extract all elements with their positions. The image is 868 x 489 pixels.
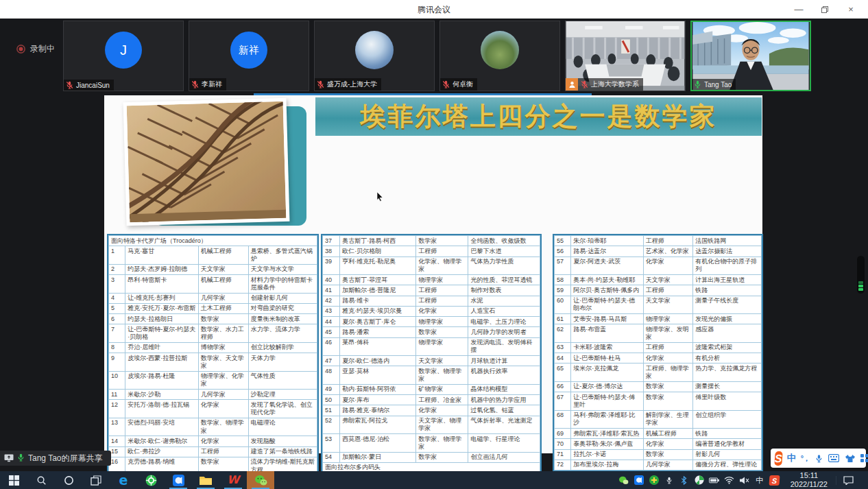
cell-number: 10: [109, 371, 125, 390]
tray-bluetooth-icon[interactable]: [677, 471, 692, 489]
cell-contribution: 有机化合物中的原子排列: [693, 257, 762, 275]
tray-sogou-icon[interactable]: S: [767, 471, 782, 489]
cell-number: 56: [555, 246, 571, 257]
cell-contribution: 发现光的偏振: [693, 314, 762, 324]
tray-microphone-icon[interactable]: [662, 471, 677, 489]
cell-number: 5: [109, 303, 125, 313]
keyboard-icon[interactable]: [828, 454, 839, 462]
apps-grid-icon[interactable]: [860, 454, 868, 462]
participant-tile-1[interactable]: JJiancaiSun: [63, 21, 184, 91]
microphone-icon[interactable]: [815, 454, 823, 463]
cell-profession: 数学家: [643, 381, 692, 392]
cell-contribution: 发现了氧化学说、创立现代化学: [248, 400, 317, 418]
action-center-button[interactable]: [836, 476, 860, 485]
cell-number: 2: [109, 264, 125, 274]
table-row: 6约瑟夫·拉格朗日数学家度量衡米制的改革: [109, 314, 317, 324]
cell-number: 53: [323, 434, 340, 453]
participant-tile-2[interactable]: 新祥李新祥: [189, 21, 309, 91]
mic-muted-icon: [442, 80, 450, 88]
ime-language-toggle[interactable]: 中: [787, 452, 796, 464]
cell-profession: 工程师: [643, 342, 692, 353]
mic-on-icon: [694, 80, 701, 88]
hand-raised-icon: [566, 78, 578, 91]
table-row: 71拉扎尔·卡诺数学家射影几何: [555, 449, 762, 460]
window-title: 腾讯会议: [0, 4, 868, 16]
taskbar-browser-360-icon[interactable]: [137, 471, 165, 489]
cell-name: 皮埃尔·路易·杜隆: [125, 371, 198, 390]
cell-name: 夏尔·库布: [340, 395, 416, 405]
cell-profession: 几何学家: [198, 390, 248, 400]
cell-contribution: 全纯函数、收敛级数: [468, 236, 540, 246]
cell-number: 46: [323, 337, 340, 356]
table-row: 4让-维克托·彭赛列几何学家创建射影几何: [109, 293, 317, 303]
ime-toolbar: S 中 °，: [771, 449, 866, 468]
skin-icon[interactable]: [845, 454, 855, 463]
taskbar-cortana-icon[interactable]: [55, 471, 82, 489]
taskbar-wechat-icon[interactable]: [247, 471, 274, 489]
avatar: J: [105, 32, 142, 69]
tray-wifi-icon[interactable]: [722, 471, 737, 489]
cell-contribution: 光的性质、菲涅耳透镜: [468, 275, 540, 285]
cell-name: 亚瑟·莫林: [340, 366, 416, 385]
mathematicians-table-right: 55朱尔·珀蒂耶工程师法国铁路网56路易·达盖尔艺术家、化学家达盖尔摄影法57夏…: [553, 234, 763, 472]
table-row: 10皮埃尔·路易·杜隆物理学家、化学家气体性质: [109, 371, 317, 390]
participant-tile-3[interactable]: 盛万成-上海大学: [314, 21, 435, 91]
taskbar-wps-icon[interactable]: W: [219, 471, 247, 489]
tray-360-safe-icon[interactable]: [647, 471, 662, 489]
cell-name: 马利·弗朗索·泽维耶·比沙: [571, 410, 644, 429]
participant-tile-5[interactable]: 上海大学数学系: [565, 21, 686, 91]
screen-share-label: Tang Tao的屏幕共享: [28, 453, 103, 464]
participant-name: JiancaiSun: [76, 82, 110, 89]
cell-number: 6: [109, 314, 125, 324]
cell-name: 弗朗索瓦·阿拉戈: [340, 416, 416, 434]
cell-name: 约瑟夫·拉格朗日: [125, 314, 198, 324]
cell-profession: 博物学家: [198, 342, 248, 353]
tray-volume-muted-icon[interactable]: [737, 471, 752, 489]
cell-number: 57: [555, 257, 571, 275]
sogou-logo-icon[interactable]: S: [774, 451, 782, 466]
table-row: 59阿尔贝·奥古斯特·佩多内工程师铁路: [555, 285, 762, 296]
table-row: 66让-夏尔·德·博尔达数学家测量摆长: [555, 381, 762, 392]
tray-battery-icon[interactable]: [707, 471, 722, 489]
close-button[interactable]: ×: [838, 0, 864, 19]
table-row: 61艾蒂安-路易·马吕斯物理学家发现光的偏振: [555, 314, 762, 324]
taskbar-file-explorer-icon[interactable]: [192, 471, 219, 489]
participant-name: Tang Tao: [704, 81, 732, 88]
cell-profession: 数学家: [198, 314, 248, 324]
tray-wechat-icon[interactable]: [616, 471, 631, 489]
participant-tile-4[interactable]: 何卓衡: [439, 21, 560, 91]
cell-number: 72: [555, 460, 571, 470]
punctuation-icon[interactable]: °，: [801, 453, 810, 464]
table-row: 37奥古斯丁·路易·柯西数学家全纯函数、收敛级数: [323, 236, 540, 246]
tray-ime-zh-icon[interactable]: 中: [752, 471, 767, 489]
cell-name: 乔治·居维叶: [125, 342, 198, 353]
cell-profession: 数学家、物理学家: [416, 434, 468, 453]
cell-profession: 数学家: [416, 452, 468, 462]
taskbar-clock[interactable]: 15:11 2022/11/22: [784, 471, 834, 488]
cell-number: 50: [323, 395, 340, 405]
cell-profession: 数学家: [643, 449, 692, 460]
mic-muted-icon: [66, 81, 73, 89]
cell-contribution: 过氧化氢、钴蓝: [468, 405, 540, 416]
recording-indicator: 录制中: [16, 43, 55, 55]
taskbar-tencent-meeting-icon[interactable]: [165, 471, 192, 489]
taskbar-task-view-icon[interactable]: [82, 471, 110, 489]
maximize-button[interactable]: [812, 0, 838, 19]
cell-number: 60: [555, 296, 571, 314]
minimize-button[interactable]: —: [786, 0, 812, 19]
tray-tencent-meeting-icon[interactable]: [631, 471, 647, 489]
taskbar-search-icon[interactable]: [27, 471, 55, 489]
taskbar-edge-icon[interactable]: e: [110, 471, 137, 489]
cell-name: 让·巴蒂斯特·约瑟夫·傅里叶: [571, 392, 644, 411]
screen-share-banner[interactable]: Tang Tao的屏幕共享: [0, 451, 111, 466]
tray-pie-chart-icon[interactable]: [692, 471, 707, 489]
cell-name: 路易·维卡: [340, 296, 416, 306]
taskbar-start-icon[interactable]: [0, 471, 27, 489]
cell-profession: 物理学家: [416, 317, 468, 327]
cell-profession: 工程师: [643, 236, 692, 246]
participant-tile-6[interactable]: Tang Tao: [690, 21, 811, 91]
cell-contribution: 发现涡电流、发明傅科摆: [468, 337, 540, 356]
table-row: 68马利·弗朗索·泽维耶·比沙解剖学家、生理学家创立组织学: [555, 410, 762, 429]
table-row: 51路易·雅克·泰纳尔化学家过氧化氢、钴蓝: [323, 405, 540, 416]
table-row: 72加布里埃尔·拉梅几何学家偏微分方程、弹性理论: [555, 460, 762, 470]
